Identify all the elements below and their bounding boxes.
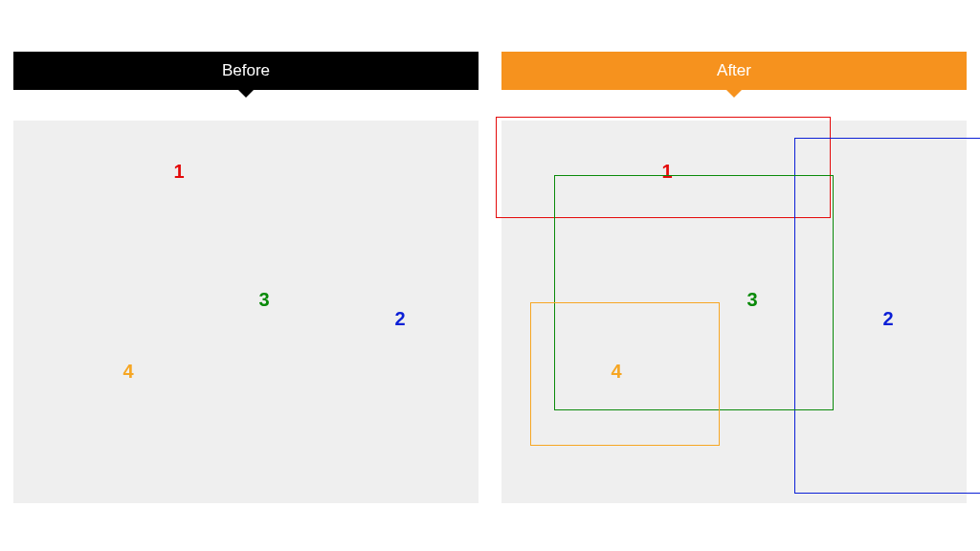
label-point-1: 1 [173,161,184,183]
canvas-before: 1234 [13,121,479,503]
canvas-after: 1234 [501,121,967,503]
header-after-pointer-icon [726,90,742,98]
header-after: After [501,52,967,90]
header-after-label: After [717,61,751,79]
header-before-pointer-icon [238,90,254,98]
label-point-2: 2 [394,308,405,330]
label-point-3: 3 [258,289,269,311]
box-4 [530,302,720,446]
header-before-label: Before [222,61,270,79]
label-point-4: 4 [122,361,133,383]
header-before: Before [13,52,479,90]
